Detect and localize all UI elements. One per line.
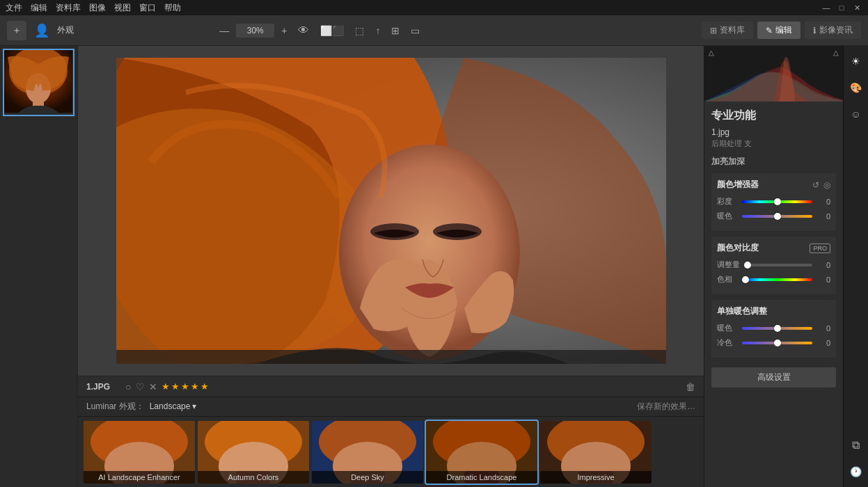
chevron-down-icon: ▾ bbox=[192, 401, 196, 411]
edit-icon: ✎ bbox=[766, 26, 773, 35]
hue-slider[interactable] bbox=[742, 278, 812, 281]
save-new-preset-button[interactable]: 保存新的效果… bbox=[637, 401, 695, 413]
preset-dramatic[interactable]: Dramatic Landscape bbox=[426, 421, 537, 484]
preset-deep-sky[interactable]: Deep Sky bbox=[312, 421, 423, 484]
zoom-out-button[interactable]: — bbox=[215, 22, 233, 39]
saturation-value: 0 bbox=[816, 198, 830, 206]
compare-button[interactable]: ⬜⬛ bbox=[316, 22, 348, 39]
window-controls[interactable]: — □ ✕ bbox=[821, 2, 862, 13]
presets-bar: Luminar 外观： Landscape ▾ 保存新的效果… AI La bbox=[78, 397, 704, 487]
sun-icon-button[interactable]: ☀ bbox=[846, 51, 866, 71]
warmth-thumb[interactable] bbox=[774, 213, 781, 220]
preset-label: AI Landscape Enhancer bbox=[84, 471, 195, 484]
reject-rating[interactable]: ✕ bbox=[149, 381, 157, 392]
warm-label: 暖色 bbox=[717, 323, 738, 333]
cool-thumb[interactable] bbox=[774, 340, 781, 346]
presets-thumbs: AI Landscape Enhancer Autumn Colors bbox=[78, 417, 704, 487]
preview-button[interactable]: 👁 bbox=[294, 22, 313, 40]
filmstrip[interactable] bbox=[0, 46, 78, 487]
amount-slider[interactable] bbox=[744, 264, 812, 266]
tab-group: ⊞ 资料库 ✎ 编辑 ℹ 影像资讯 bbox=[702, 22, 861, 39]
menu-bar[interactable]: 文件 编辑 资料库 图像 视图 窗口 帮助 bbox=[6, 2, 181, 14]
saturation-slider[interactable] bbox=[742, 200, 812, 203]
filter-color-enhancer: 颜色增强器 ↺ ◎ 彩度 0 暖色 bbox=[711, 173, 836, 231]
star-5[interactable]: ★ bbox=[200, 381, 209, 392]
hue-thumb[interactable] bbox=[742, 276, 749, 283]
thumbnail-image bbox=[4, 50, 72, 113]
star-rating[interactable]: ★ ★ ★ ★ ★ bbox=[161, 381, 209, 392]
preset-label: Autumn Colors bbox=[198, 471, 309, 484]
star-2[interactable]: ★ bbox=[171, 381, 180, 392]
filter-name-3: 单独暖色调整 bbox=[717, 305, 767, 317]
filter-color-contrast: 颜色对比度 PRO 调整量 0 色相 0 bbox=[711, 237, 836, 294]
tab-info[interactable]: ℹ 影像资讯 bbox=[805, 22, 861, 39]
tab-edit[interactable]: ✎ 编辑 bbox=[757, 22, 800, 39]
preset-category-selector[interactable]: Landscape ▾ bbox=[150, 401, 197, 411]
layers-icon-button[interactable]: ⧉ bbox=[846, 436, 866, 455]
rating-area[interactable]: ○ ♡ ✕ ★ ★ ★ ★ ★ bbox=[125, 381, 208, 392]
face-icon-button[interactable]: ☺ bbox=[846, 104, 866, 124]
clock-icon-button[interactable]: 🕐 bbox=[846, 462, 866, 481]
presets-header: Luminar 外观： Landscape ▾ 保存新的效果… bbox=[78, 397, 704, 417]
circle-rating[interactable]: ○ bbox=[125, 381, 131, 392]
slider-cool-row: 冷色 0 bbox=[717, 337, 830, 348]
star-3[interactable]: ★ bbox=[181, 381, 189, 392]
menu-image[interactable]: 图像 bbox=[89, 2, 106, 14]
menu-file[interactable]: 文件 bbox=[6, 2, 22, 14]
menu-window[interactable]: 窗口 bbox=[139, 2, 156, 14]
menu-view[interactable]: 视图 bbox=[114, 2, 131, 14]
cool-label: 冷色 bbox=[717, 337, 738, 348]
cool-slider[interactable] bbox=[742, 342, 812, 344]
export-button[interactable]: ↑ bbox=[371, 22, 384, 39]
reset-icon[interactable]: ↺ bbox=[812, 180, 819, 190]
grid-button[interactable]: ⊞ bbox=[387, 22, 404, 39]
appearance-icon[interactable]: 👤 bbox=[32, 21, 52, 40]
palette-icon-button[interactable]: 🎨 bbox=[846, 78, 866, 97]
hue-label: 色相 bbox=[717, 274, 738, 285]
cool-value: 0 bbox=[816, 339, 830, 347]
right-panel: △ △ bbox=[704, 46, 843, 487]
preset-autumn[interactable]: Autumn Colors bbox=[198, 421, 309, 484]
svg-rect-9 bbox=[116, 350, 666, 364]
zoom-in-button[interactable]: + bbox=[277, 22, 291, 39]
filter-name: 颜色增强器 bbox=[717, 179, 759, 191]
dodge-burn-label: 加亮加深 bbox=[711, 156, 836, 168]
toggle-icon[interactable]: ◎ bbox=[823, 180, 830, 190]
close-button[interactable]: ✕ bbox=[851, 2, 862, 13]
minimize-button[interactable]: — bbox=[821, 2, 832, 13]
warmth-slider[interactable] bbox=[742, 215, 812, 218]
star-1[interactable]: ★ bbox=[161, 381, 170, 392]
saturation-label: 彩度 bbox=[717, 196, 738, 207]
add-button[interactable]: ＋ bbox=[7, 21, 26, 40]
canvas-viewer bbox=[78, 46, 704, 376]
crop-button[interactable]: ⬚ bbox=[351, 22, 368, 39]
warm-slider[interactable] bbox=[742, 327, 812, 330]
amount-label: 调整量 bbox=[717, 260, 740, 270]
heart-rating[interactable]: ♡ bbox=[136, 381, 145, 392]
maximize-button[interactable]: □ bbox=[836, 2, 847, 13]
menu-help[interactable]: 帮助 bbox=[164, 2, 181, 14]
advanced-settings-button[interactable]: 高级设置 bbox=[711, 367, 836, 388]
fit-button[interactable]: ▭ bbox=[407, 22, 424, 39]
preset-ai-landscape[interactable]: AI Landscape Enhancer bbox=[84, 421, 195, 484]
filter-warm-tone: 单独暖色调整 暖色 0 冷色 0 bbox=[711, 300, 836, 358]
warm-value: 0 bbox=[816, 324, 830, 333]
filter-controls[interactable]: ↺ ◎ bbox=[812, 180, 830, 190]
filename-label: 1.JPG bbox=[86, 382, 110, 392]
panel-content: 专业功能 1.jpg 后期处理 支 加亮加深 颜色增强器 ↺ ◎ 彩度 bbox=[704, 102, 843, 487]
warm-thumb[interactable] bbox=[774, 325, 781, 332]
delete-button[interactable]: 🗑 bbox=[686, 381, 695, 392]
menu-edit[interactable]: 编辑 bbox=[31, 2, 47, 14]
tab-library[interactable]: ⊞ 资料库 bbox=[702, 22, 753, 39]
preset-impressive[interactable]: Impressive bbox=[540, 421, 652, 484]
panel-filename: 1.jpg bbox=[711, 127, 836, 137]
star-4[interactable]: ★ bbox=[191, 381, 199, 392]
filmstrip-item[interactable] bbox=[4, 50, 73, 115]
info-icon: ℹ bbox=[813, 26, 816, 35]
amount-thumb[interactable] bbox=[744, 262, 751, 269]
menu-library[interactable]: 资料库 bbox=[56, 2, 81, 14]
slider-warm-row: 暖色 0 bbox=[717, 323, 830, 333]
saturation-thumb[interactable] bbox=[774, 198, 781, 205]
warmth-label: 暖色 bbox=[717, 211, 738, 221]
main-layout: 1.JPG ○ ♡ ✕ ★ ★ ★ ★ ★ 🗑 Luminar 外观： L bbox=[0, 46, 868, 487]
